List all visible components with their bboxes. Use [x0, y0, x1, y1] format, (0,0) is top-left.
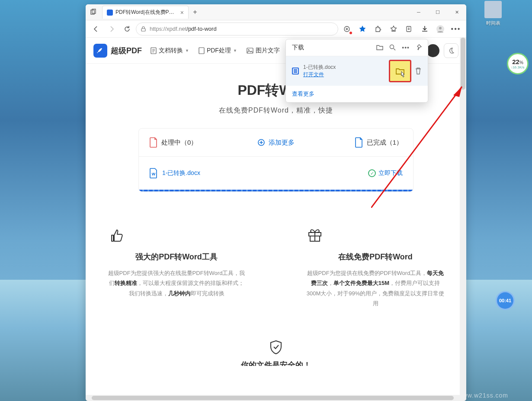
collections-button[interactable] — [402, 22, 416, 36]
cpu-percent: 22 — [512, 58, 519, 65]
tab-close-button[interactable]: × — [180, 9, 184, 16]
svg-text:W: W — [152, 172, 156, 176]
tab-actions-button[interactable] — [86, 4, 102, 20]
show-in-folder-button[interactable] — [389, 60, 411, 82]
feature-body: 超级PDF为您提供在线免费的PDF转Word工具，每天免费三次，单个文件免费最大… — [306, 268, 445, 309]
feature-title: 在线免费PDF转Word — [306, 252, 445, 262]
download-icon — [421, 25, 429, 33]
plus-circle-icon — [257, 139, 265, 146]
tab-title: PDF转Word|在线免费PDF转Wor... — [115, 9, 178, 16]
svg-point-15 — [390, 45, 394, 49]
open-folder-icon[interactable] — [376, 44, 383, 51]
processing-label: 处理中（0） — [161, 139, 197, 147]
svg-rect-9 — [247, 48, 253, 53]
desktop-icon-label: 时间表 — [478, 20, 508, 26]
gift-icon — [306, 226, 445, 244]
download-now-button[interactable]: ✓ 立即下载 — [368, 169, 403, 177]
back-button[interactable] — [89, 22, 103, 36]
nav-pdf-process[interactable]: PDF处理 ▼ — [199, 47, 237, 55]
add-more-button[interactable]: 添加更多 — [257, 139, 295, 147]
close-button[interactable]: ✕ — [447, 4, 466, 20]
shopping-icon[interactable] — [340, 22, 354, 36]
maximize-button[interactable]: ☐ — [428, 4, 447, 20]
nav-label: 图片文字 — [256, 47, 280, 55]
downloads-title: 下载 — [292, 44, 304, 52]
titlebar: PDF转Word|在线免费PDF转Wor... × + ─ ☐ ✕ — [86, 4, 466, 20]
downloads-button[interactable] — [418, 22, 432, 36]
cursor-icon — [399, 71, 407, 79]
word-file-icon: W — [149, 168, 158, 178]
browser-window: PDF转Word|在线免费PDF转Wor... × + ─ ☐ ✕ https:… — [86, 4, 466, 401]
download-filename: 1-已转换.docx — [303, 64, 385, 71]
cpu-unit: % — [519, 60, 523, 65]
svg-point-6 — [439, 27, 442, 29]
delete-download-button[interactable] — [415, 67, 422, 75]
pin-icon[interactable] — [416, 44, 422, 51]
scrollbar-thumb[interactable] — [461, 38, 465, 90]
forward-button[interactable] — [105, 22, 119, 36]
desktop-shortcut[interactable]: 时间表 — [478, 1, 508, 26]
puzzle-icon — [374, 25, 382, 33]
thumbs-up-icon — [107, 226, 246, 244]
refresh-icon — [124, 26, 131, 32]
star-outline-icon — [390, 25, 397, 33]
feature-powerful: 强大的PDF转Word工具 超级PDF为您提供强大的在线批量PDF转Word工具… — [107, 226, 246, 309]
browser-tab[interactable]: PDF转Word|在线免费PDF转Wor... × — [102, 6, 189, 19]
svg-rect-4 — [407, 26, 411, 32]
extensions-button[interactable] — [371, 22, 385, 36]
features-section: 强大的PDF转Word工具 超级PDF为您提供强大的在线批量PDF转Word工具… — [86, 192, 466, 326]
conversion-card: 处理中（0） 添加更多 已完成（1） W 1-已转换.docx ✓ — [138, 128, 413, 192]
pdf-file-icon — [149, 137, 158, 148]
chevron-down-icon: ▼ — [185, 49, 189, 53]
svg-rect-8 — [199, 48, 204, 54]
forward-icon — [108, 25, 115, 33]
section-3-title: 你的文件是安全的！ — [86, 360, 466, 366]
processing-status: 处理中（0） — [149, 137, 197, 148]
feature-title: 强大的PDF转Word工具 — [107, 252, 246, 262]
image-icon — [247, 48, 253, 54]
progress-bar — [139, 190, 413, 191]
url-input[interactable]: https://xpdf.net/pdf-to-word — [136, 23, 338, 36]
minimize-button[interactable]: ─ — [409, 4, 428, 20]
feature-body: 超级PDF为您提供强大的在线批量PDF转Word工具，我们转换精准，可以最大程度… — [107, 268, 246, 298]
new-tab-button[interactable]: + — [189, 6, 202, 19]
download-item[interactable]: 1-已转换.docx 打开文件 — [286, 56, 428, 86]
profile-button[interactable] — [433, 22, 447, 36]
refresh-button[interactable] — [120, 22, 134, 36]
user-avatar[interactable] — [426, 44, 439, 57]
brand-text: 超级PDF — [111, 45, 142, 56]
favorites-bar-button[interactable] — [387, 22, 401, 36]
nav-menu: 文档转换 ▼ PDF处理 ▼ 图片文字 — [151, 47, 280, 55]
see-more-link[interactable]: 查看更多 — [286, 86, 428, 102]
more-icon[interactable]: ••• — [402, 44, 410, 51]
search-icon[interactable] — [389, 44, 396, 51]
ellipsis-icon: ••• — [451, 25, 461, 33]
doc-icon — [151, 47, 157, 54]
completed-status: 已完成（1） — [355, 137, 403, 148]
rocket-icon — [93, 44, 107, 58]
nav-doc-convert[interactable]: 文档转换 ▼ — [151, 47, 189, 55]
favicon-icon — [107, 10, 113, 16]
site-logo[interactable]: 超级PDF — [93, 44, 142, 58]
theme-toggle[interactable] — [444, 43, 458, 58]
download-label: 立即下载 — [378, 169, 403, 177]
back-icon — [92, 25, 100, 33]
horizontal-scrollbar[interactable] — [86, 395, 460, 401]
tabs-icon — [90, 9, 97, 16]
timer-widget[interactable]: 00:41 — [496, 291, 515, 310]
url-path: /pdf-to-word — [186, 26, 216, 32]
user-icon — [436, 25, 445, 33]
collections-icon — [405, 25, 413, 33]
open-file-link[interactable]: 打开文件 — [303, 71, 385, 78]
more-button[interactable]: ••• — [449, 22, 463, 36]
completed-label: 已完成（1） — [367, 139, 403, 147]
shield-icon — [269, 339, 283, 356]
nav-image-text[interactable]: 图片文字 — [247, 47, 280, 55]
favorite-button[interactable] — [356, 22, 369, 36]
vertical-scrollbar[interactable] — [460, 38, 466, 401]
file-name: 1-已转换.docx — [162, 169, 200, 177]
security-section: 你的文件是安全的！ — [86, 326, 466, 370]
url-host: https://xpdf.net — [150, 26, 186, 32]
scrollbar-thumb[interactable] — [92, 396, 454, 400]
cpu-widget[interactable]: 22% ↓16.3K/s — [507, 53, 529, 74]
